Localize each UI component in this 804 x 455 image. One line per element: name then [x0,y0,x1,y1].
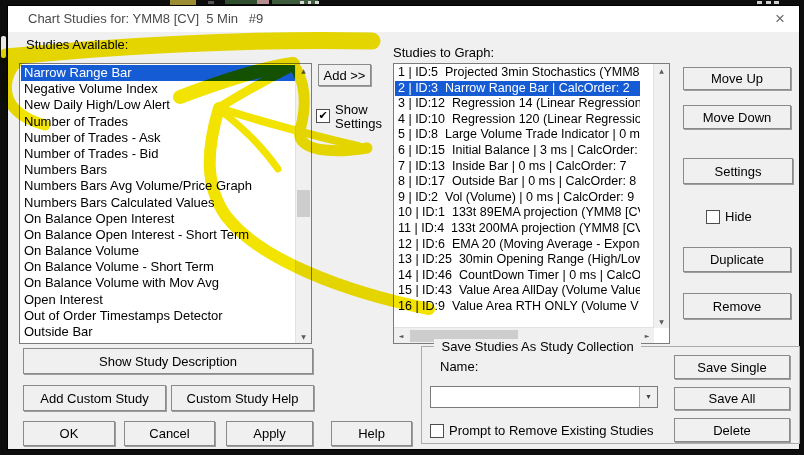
list-item[interactable]: Numbers Bars [21,162,297,178]
hide-checkbox[interactable] [706,210,720,224]
settings-button[interactable]: Settings [683,158,793,184]
help-button[interactable]: Help [331,421,412,446]
remove-button[interactable]: Remove [683,293,791,319]
background-chart-sliver [308,1,311,4]
show-settings-checkbox[interactable]: ✔ [316,109,330,123]
list-item[interactable]: 16 | ID:9 Value Area RTH ONLY (Volume V [395,299,640,315]
scroll-up-icon[interactable]: ▲ [654,64,669,77]
close-icon[interactable]: × [769,8,791,30]
list-item[interactable]: Out of Order Timestamps Detector [21,308,297,324]
background-chart-sliver [766,1,771,4]
show-settings-label: Show Settings [335,103,391,131]
list-item[interactable]: 3 | ID:12 Regression 14 (Linear Regressi… [395,96,640,112]
list-item[interactable]: 2 | ID:3 Narrow Range Bar | CalcOrder: 2 [395,81,640,97]
list-item[interactable]: New Daily High/Low Alert [21,97,297,113]
list-item[interactable]: Overlay (Bar) [21,340,297,342]
save-all-button[interactable]: Save All [674,387,790,410]
scroll-down-icon[interactable]: ▼ [654,315,669,328]
right-list-vertical-scrollbar[interactable]: ▲ ▼ [653,64,669,328]
studies-to-graph-items: 1 | ID:5 Projected 3min Stochastics (YMM… [395,65,640,327]
ok-button[interactable]: OK [23,421,115,446]
list-item[interactable]: 10 | ID:1 133t 89EMA projection (YMM8 [C… [395,205,640,221]
list-item[interactable]: Negative Volume Index [21,81,297,97]
list-item[interactable]: On Balance Volume with Mov Avg [21,275,297,291]
apply-button[interactable]: Apply [226,421,313,446]
chart-studies-dialog: Chart Studies for: YMM8 [CV] 5 Min #9 × … [7,5,800,450]
scroll-up-icon[interactable]: ▲ [296,64,311,77]
list-item[interactable]: 11 | ID:4 133t 200MA projection (YMM8 [C… [395,221,640,237]
delete-button[interactable]: Delete [674,418,790,442]
background-chart-sliver [272,0,318,4]
hide-label: Hide [725,209,752,224]
list-item[interactable]: 12 | ID:6 EMA 20 (Moving Average - Expon… [395,237,640,253]
study-collection-name-combobox[interactable]: ▼ [430,386,658,408]
scroll-down-icon[interactable]: ▼ [296,330,311,343]
list-item[interactable]: On Balance Volume [21,243,297,259]
list-item[interactable]: Outside Bar [21,324,297,340]
checkmark-icon: ✔ [317,109,329,121]
list-item[interactable]: 15 | ID:43 Value Area AllDay (Volume Val… [395,283,640,299]
list-item[interactable]: 14 | ID:46 CountDown Timer | 0 ms | Calc… [395,268,640,284]
list-item[interactable]: 7 | ID:13 Inside Bar | 0 ms | CalcOrder:… [395,159,640,175]
list-item[interactable]: Number of Trades - Bid [21,146,297,162]
background-chart-sliver [208,1,214,4]
custom-study-help-button[interactable]: Custom Study Help [171,385,314,411]
list-item[interactable]: On Balance Open Interest - Short Term [21,227,297,243]
list-item[interactable]: Numbers Bars Avg Volume/Price Graph [21,178,297,194]
background-chart-sliver [300,1,304,4]
list-item[interactable]: On Balance Volume - Short Term [21,259,297,275]
studies-available-list[interactable]: Narrow Range BarNegative Volume IndexNew… [19,63,312,344]
list-item[interactable]: Number of Trades [21,114,297,130]
list-item[interactable]: 5 | ID:8 Large Volume Trade Indicator | … [395,127,640,143]
add-button[interactable]: Add >> [318,64,371,86]
move-down-button[interactable]: Move Down [683,105,791,129]
screen: { "window": { "title": "Chart Studies fo… [0,0,804,455]
combobox-dropdown-icon[interactable]: ▼ [639,387,657,407]
studies-available-label: Studies Available: [26,37,128,52]
scroll-right-icon[interactable]: ► [640,328,654,343]
list-item[interactable]: 9 | ID:2 Vol (Volume) | 0 ms | CalcOrder… [395,190,640,206]
left-scrollbar-thumb[interactable] [297,190,310,217]
background-chart-sliver [774,1,779,4]
name-label: Name: [440,359,478,374]
move-up-button[interactable]: Move Up [683,67,791,90]
list-item[interactable]: 13 | ID:25 30min Opening Range (High/Low [395,252,640,268]
scroll-left-icon[interactable]: ◄ [394,328,408,343]
list-item[interactable]: 6 | ID:15 Initial Balance | 3 ms | CalcO… [395,143,640,159]
left-list-vertical-scrollbar[interactable]: ▲ ▼ [295,64,311,343]
background-chart-sliver [257,0,269,4]
dialog-title: Chart Studies for: YMM8 [CV] 5 Min #9 [28,6,263,32]
show-study-description-button[interactable]: Show Study Description [23,348,313,374]
studies-to-graph-list[interactable]: 1 | ID:5 Projected 3min Stochastics (YMM… [393,63,670,344]
list-item[interactable]: On Balance Open Interest [21,211,297,227]
save-single-button[interactable]: Save Single [674,355,790,379]
background-chart-sliver [757,1,762,4]
list-item[interactable]: Numbers Bars Calculated Values [21,195,297,211]
background-chart-sliver [225,0,259,4]
duplicate-button[interactable]: Duplicate [683,247,791,272]
list-item[interactable]: 1 | ID:5 Projected 3min Stochastics (YMM… [395,65,640,81]
list-item[interactable]: 4 | ID:10 Regression 120 (Linear Regress… [395,112,640,128]
background-chart-sliver [315,1,319,4]
background-scrollbar-fragment [1,36,6,58]
list-item[interactable]: Narrow Range Bar [21,65,297,81]
cancel-button[interactable]: Cancel [124,421,215,446]
studies-to-graph-label: Studies to Graph: [393,45,494,60]
list-item[interactable]: Open Interest [21,292,297,308]
studies-available-items: Narrow Range BarNegative Volume IndexNew… [21,65,297,342]
save-studies-group-title: Save Studies As Study Collection [434,339,641,354]
title-bar: Chart Studies for: YMM8 [CV] 5 Min #9 × [8,6,799,33]
prompt-remove-checkbox[interactable] [430,424,444,438]
list-item[interactable]: Number of Trades - Ask [21,130,297,146]
list-item[interactable]: 8 | ID:17 Outside Bar | 0 ms | CalcOrder… [395,174,640,190]
prompt-remove-label: Prompt to Remove Existing Studies [449,423,653,438]
add-custom-study-button[interactable]: Add Custom Study [23,385,166,411]
